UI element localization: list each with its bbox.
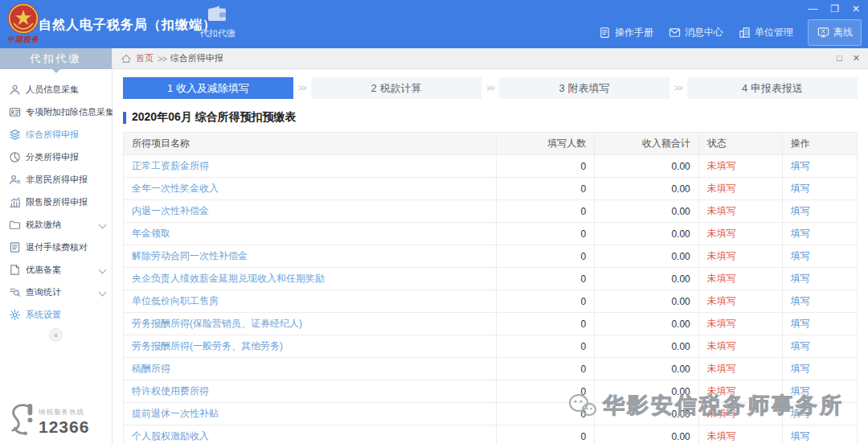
sidebar-item[interactable]: 综合所得申报 xyxy=(0,123,112,146)
fill-link[interactable]: 填写 xyxy=(791,250,810,261)
main-panel: 首页 >> 综合所得申报 □ ✕ 1 收入及减除填写 >> 2 税款计算 >> … xyxy=(113,48,868,444)
fill-link[interactable]: 填写 xyxy=(791,340,810,352)
emblem-caption: 中国税务 xyxy=(2,35,45,45)
close-button[interactable]: ✕ xyxy=(852,3,860,14)
breadcrumb-home[interactable]: 首页 xyxy=(136,52,154,64)
sidebar-item[interactable]: 分类所得申报 xyxy=(0,146,112,168)
status-badge: 未填写 xyxy=(698,380,782,403)
income-total: 0.00 xyxy=(595,268,699,290)
gear-icon xyxy=(9,309,21,321)
status-badge: 未填写 xyxy=(698,403,782,426)
fill-link[interactable]: 填写 xyxy=(791,228,810,239)
income-total: 0.00 xyxy=(595,290,699,313)
step-separator: >> xyxy=(293,84,311,92)
person-icon xyxy=(9,84,21,96)
people-count: 0 xyxy=(496,155,594,178)
table-row: 劳务报酬所得(保险营销员、证券经纪人) 0 0.00 未填写 填写 xyxy=(124,313,858,335)
column-header: 收入额合计 xyxy=(595,133,699,155)
fill-link[interactable]: 填写 xyxy=(791,295,810,306)
status-badge: 未填写 xyxy=(698,268,782,290)
income-total: 0.00 xyxy=(595,178,699,200)
top-menu-item[interactable]: 单位管理 xyxy=(738,26,793,39)
status-badge: 未填写 xyxy=(698,155,782,178)
income-items-table: 所得项目名称填写人数收入额合计状态操作 正常工资薪金所得 0 0.00 未填写 … xyxy=(123,132,858,444)
national-emblem-logo xyxy=(7,2,39,35)
people-count: 0 xyxy=(496,358,594,380)
income-item-link[interactable]: 提前退休一次性补贴 xyxy=(132,408,219,419)
panel-controls: □ ✕ xyxy=(837,53,860,64)
wizard-steps: 1 收入及减除填写 >> 2 税款计算 >> 3 附表填写 >> 4 申报表报送 xyxy=(123,77,858,99)
step-tab[interactable]: 2 税款计算 xyxy=(311,77,481,99)
panel-close-button[interactable]: ✕ xyxy=(853,53,860,64)
table-row: 解除劳动合同一次性补偿金 0 0.00 未填写 填写 xyxy=(124,245,858,268)
sidebar-item[interactable]: 非居民所得申报 xyxy=(0,168,112,191)
minimize-button[interactable]: — xyxy=(808,3,817,14)
fill-link[interactable]: 填写 xyxy=(791,183,810,194)
income-item-link[interactable]: 劳务报酬所得(一般劳务、其他劳务) xyxy=(132,340,283,352)
table-row: 内退一次性补偿金 0 0.00 未填写 填写 xyxy=(124,200,858,223)
panel-maximize-button[interactable]: □ xyxy=(837,53,842,64)
breadcrumb-separator: >> xyxy=(158,54,166,64)
pie-icon xyxy=(9,151,21,163)
fill-link[interactable]: 填写 xyxy=(791,363,810,374)
income-total: 0.00 xyxy=(595,223,699,245)
status-badge: 未填写 xyxy=(698,313,782,335)
column-header: 状态 xyxy=(698,133,782,155)
sidebar-item[interactable]: 优惠备案 xyxy=(0,258,112,281)
chart-icon xyxy=(9,196,21,208)
status-badge: 未填写 xyxy=(698,290,782,313)
sidebar-collapse-button[interactable]: « xyxy=(49,328,63,342)
income-total: 0.00 xyxy=(595,245,699,268)
sidebar-item[interactable]: 人员信息采集 xyxy=(0,78,112,101)
income-total: 0.00 xyxy=(595,313,699,335)
sidebar-item[interactable]: 查询统计 xyxy=(0,281,112,303)
top-menu-item[interactable]: 操作手册 xyxy=(598,26,653,39)
income-item-link[interactable]: 正常工资薪金所得 xyxy=(132,160,209,171)
sidebar-header: 代扣代缴 xyxy=(0,48,112,69)
income-item-link[interactable]: 内退一次性补偿金 xyxy=(132,205,209,216)
income-total: 0.00 xyxy=(595,155,699,178)
maximize-button[interactable]: ❐ xyxy=(830,3,839,14)
folder-icon xyxy=(9,219,21,231)
manual-icon xyxy=(598,27,611,39)
fill-link[interactable]: 填写 xyxy=(791,408,810,419)
top-menu-item[interactable]: 离线 xyxy=(808,19,862,46)
step-tab[interactable]: 1 收入及减除填写 xyxy=(123,77,293,99)
tab-withholding[interactable]: 代扣代缴 xyxy=(195,5,240,39)
income-item-link[interactable]: 个人股权激励收入 xyxy=(132,430,209,442)
title-accent-bar xyxy=(123,112,126,124)
people-count: 0 xyxy=(496,200,594,223)
income-item-link[interactable]: 解除劳动合同一次性补偿金 xyxy=(132,250,248,261)
fill-link[interactable]: 填写 xyxy=(791,273,810,284)
sidebar-item[interactable]: 专项附加扣除信息采集 xyxy=(0,101,112,123)
chevron-down-icon xyxy=(99,220,107,228)
fill-link[interactable]: 填写 xyxy=(791,318,810,329)
status-badge: 未填写 xyxy=(698,426,782,444)
top-menu-item[interactable]: 消息中心 xyxy=(668,26,723,39)
income-item-link[interactable]: 年金领取 xyxy=(132,228,170,239)
table-header-row: 所得项目名称填写人数收入额合计状态操作 xyxy=(124,133,858,155)
sidebar-item[interactable]: 限售股所得申报 xyxy=(0,191,112,213)
wallet-icon xyxy=(207,11,228,25)
sidebar-item[interactable]: 系统设置 xyxy=(0,303,112,326)
income-item-link[interactable]: 劳务报酬所得(保险营销员、证券经纪人) xyxy=(132,318,302,329)
income-item-link[interactable]: 央企负责人绩效薪金延期兑现收入和任期奖励 xyxy=(132,273,325,284)
income-item-link[interactable]: 特许权使用费所得 xyxy=(132,385,209,397)
fill-link[interactable]: 填写 xyxy=(791,205,810,216)
step-tab[interactable]: 4 申报表报送 xyxy=(687,77,858,99)
step-tab[interactable]: 3 附表填写 xyxy=(499,77,669,99)
income-total: 0.00 xyxy=(595,335,699,358)
income-item-link[interactable]: 全年一次性奖金收入 xyxy=(132,183,219,194)
income-item-link[interactable]: 稿酬所得 xyxy=(132,363,170,374)
step-separator: >> xyxy=(481,84,499,92)
doc-icon xyxy=(9,241,21,253)
sidebar-item[interactable]: 税款缴纳 xyxy=(0,213,112,236)
fill-link[interactable]: 填写 xyxy=(791,430,810,442)
layers-icon xyxy=(9,129,21,141)
table-row: 央企负责人绩效薪金延期兑现收入和任期奖励 0 0.00 未填写 填写 xyxy=(124,268,858,290)
income-total: 0.00 xyxy=(595,200,699,223)
fill-link[interactable]: 填写 xyxy=(791,160,810,171)
sidebar-item[interactable]: 退付手续费核对 xyxy=(0,236,112,258)
income-item-link[interactable]: 单位低价向职工售房 xyxy=(132,295,219,306)
fill-link[interactable]: 填写 xyxy=(791,385,810,397)
